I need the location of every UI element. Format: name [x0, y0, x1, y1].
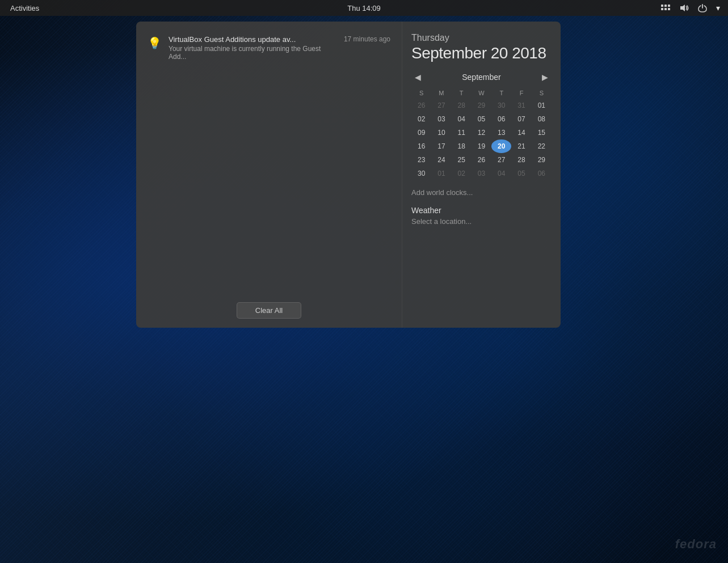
calendar-day-cell[interactable]: 06	[532, 167, 552, 180]
fedora-watermark: fedora	[675, 537, 717, 552]
topbar-left: Activities	[6, 0, 44, 16]
calendar-day-cell[interactable]: 08	[532, 112, 552, 126]
calendar-day-cell[interactable]: 09	[411, 126, 431, 139]
calendar-day-cell[interactable]: 17	[431, 139, 451, 153]
calendar-day-cell[interactable]: 15	[532, 126, 552, 139]
calendar-day-cell[interactable]: 02	[411, 112, 431, 126]
calendar-day-cell[interactable]: 10	[431, 126, 451, 139]
calendar-day-cell[interactable]: 13	[491, 126, 511, 139]
calendar-day-cell[interactable]: 01	[431, 167, 451, 180]
network-icon[interactable]	[658, 4, 673, 12]
calendar-weekday-label: T	[491, 87, 511, 99]
calendar-day-cell[interactable]: 27	[491, 153, 511, 167]
calendar-day-cell[interactable]: 31	[511, 99, 531, 112]
calendar-month-label: September	[462, 73, 500, 82]
topbar-clock[interactable]: Thu 14:09	[347, 4, 381, 12]
calendar-week-row: 02030405060708	[411, 112, 552, 126]
calendar-day-cell[interactable]: 03	[431, 112, 451, 126]
power-icon[interactable]	[696, 3, 709, 12]
calendar-day-cell[interactable]: 12	[472, 126, 491, 139]
calendar-day-cell[interactable]: 06	[491, 112, 511, 126]
svg-marker-6	[680, 5, 685, 11]
calendar-day-cell[interactable]: 04	[491, 167, 511, 180]
notification-time: 17 minutes ago	[344, 35, 390, 43]
calendar-day-cell[interactable]: 23	[411, 153, 431, 167]
calendar-week-row: 16171819202122	[411, 139, 552, 153]
calendar-day-cell[interactable]: 05	[472, 112, 491, 126]
date-day: Thursday	[411, 33, 552, 43]
calendar-week-row: 23242526272829	[411, 153, 552, 167]
svg-rect-3	[661, 8, 663, 10]
calendar-header: ◀ September ▶	[411, 71, 552, 83]
calendar-day-cell[interactable]: 27	[431, 99, 451, 112]
calendar-widget: ◀ September ▶ SMTWTFS 262728293031010203…	[411, 71, 552, 180]
topbar: Activities Thu 14:09	[0, 0, 728, 16]
calendar-day-cell[interactable]: 21	[511, 139, 531, 153]
svg-rect-2	[668, 5, 670, 7]
calendar-day-cell[interactable]: 28	[452, 99, 472, 112]
calendar-body: 2627282930310102030405060708091011121314…	[411, 99, 552, 180]
calendar-week-row: 30010203040506	[411, 167, 552, 180]
clear-all-button[interactable]: Clear All	[237, 302, 301, 319]
topbar-right: ▾	[658, 3, 722, 12]
svg-rect-4	[664, 8, 667, 10]
calendar-day-cell[interactable]: 26	[472, 153, 491, 167]
clear-all-wrapper: Clear All	[145, 291, 393, 319]
calendar-day-cell[interactable]: 16	[411, 139, 431, 153]
weather-location-link[interactable]: Select a location...	[411, 217, 552, 226]
calendar-day-cell[interactable]: 11	[452, 126, 472, 139]
calendar-week-row: 09101112131415	[411, 126, 552, 139]
notifications-panel: 💡 VirtualBox Guest Additions update av..…	[136, 22, 402, 328]
world-clocks-link[interactable]: Add world clocks...	[411, 188, 552, 197]
calendar-weekday-label: S	[411, 87, 431, 99]
calendar-day-cell[interactable]: 05	[511, 167, 531, 180]
weather-label: Weather	[411, 206, 552, 215]
activities-button[interactable]: Activities	[6, 0, 44, 16]
calendar-day-cell[interactable]: 03	[472, 167, 491, 180]
calendar-day-cell[interactable]: 07	[511, 112, 531, 126]
system-menu-icon[interactable]: ▾	[714, 3, 722, 12]
calendar-weekday-label: M	[431, 87, 451, 99]
weather-section: Weather Select a location...	[411, 206, 552, 226]
calendar-panel: Thursday September 20 2018 ◀ September ▶…	[402, 22, 561, 328]
calendar-weekday-label: F	[511, 87, 531, 99]
calendar-weekday-row: SMTWTFS	[411, 87, 552, 99]
calendar-day-cell[interactable]: 04	[452, 112, 472, 126]
calendar-day-cell[interactable]: 25	[452, 153, 472, 167]
notification-bulb-icon: 💡	[148, 36, 162, 50]
calendar-day-cell[interactable]: 02	[452, 167, 472, 180]
date-full: September 20 2018	[411, 44, 552, 62]
calendar-day-cell[interactable]: 20	[491, 139, 511, 153]
calendar-day-cell[interactable]: 26	[411, 99, 431, 112]
calendar-grid: SMTWTFS 26272829303101020304050607080910…	[411, 87, 552, 180]
notification-body: Your virtual machine is currently runnin…	[169, 45, 337, 61]
notification-content: VirtualBox Guest Additions update av... …	[169, 35, 337, 61]
calendar-next-button[interactable]: ▶	[538, 71, 552, 83]
calendar-day-cell[interactable]: 01	[532, 99, 552, 112]
calendar-day-cell[interactable]: 14	[511, 126, 531, 139]
calendar-prev-button[interactable]: ◀	[411, 71, 424, 83]
calendar-week-row: 26272829303101	[411, 99, 552, 112]
calendar-day-cell[interactable]: 28	[511, 153, 531, 167]
notification-item: 💡 VirtualBox Guest Additions update av..…	[145, 31, 393, 65]
calendar-day-cell[interactable]: 29	[472, 99, 491, 112]
calendar-day-cell[interactable]: 24	[431, 153, 451, 167]
calendar-day-cell[interactable]: 22	[532, 139, 552, 153]
calendar-day-cell[interactable]: 19	[472, 139, 491, 153]
calendar-day-cell[interactable]: 30	[411, 167, 431, 180]
calendar-weekday-label: T	[452, 87, 472, 99]
notification-calendar-panel: 💡 VirtualBox Guest Additions update av..…	[136, 22, 561, 328]
svg-rect-0	[661, 5, 663, 7]
calendar-day-cell[interactable]: 30	[491, 99, 511, 112]
calendar-day-cell[interactable]: 18	[452, 139, 472, 153]
calendar-weekday-label: W	[472, 87, 491, 99]
svg-rect-1	[664, 5, 667, 7]
calendar-day-cell[interactable]: 29	[532, 153, 552, 167]
svg-rect-5	[668, 8, 670, 10]
calendar-weekday-label: S	[532, 87, 552, 99]
notification-title: VirtualBox Guest Additions update av...	[169, 35, 327, 44]
volume-icon[interactable]	[677, 3, 691, 12]
